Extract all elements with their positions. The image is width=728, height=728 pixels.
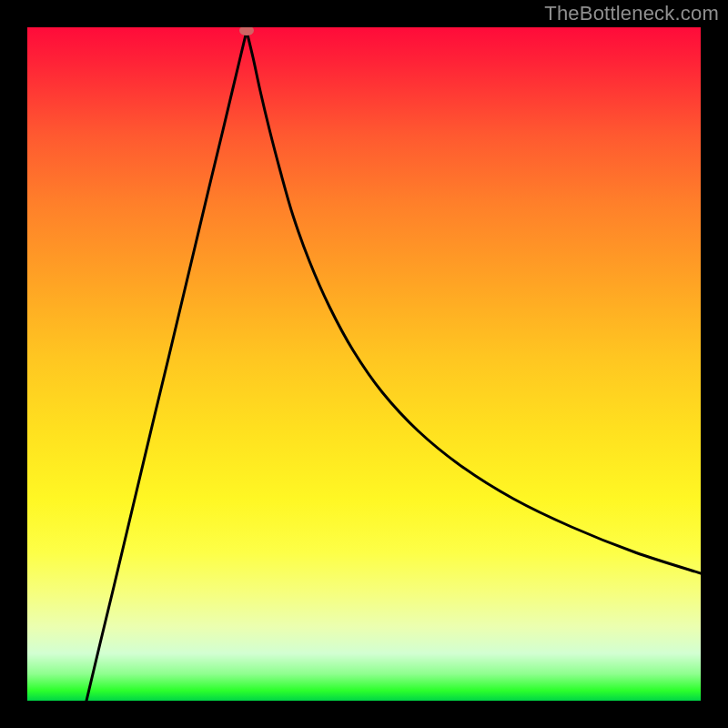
watermark-text: TheBottleneck.com <box>544 2 719 25</box>
plot-area <box>27 27 701 701</box>
chart-container: TheBottleneck.com <box>0 0 728 728</box>
curve-plot <box>27 27 701 701</box>
bottleneck-curve <box>86 31 701 701</box>
